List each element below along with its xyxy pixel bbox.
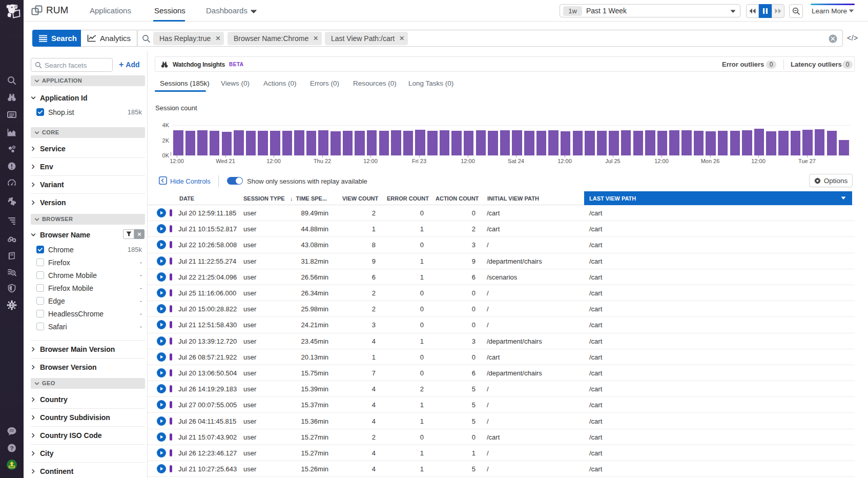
svg-text:?: ? (10, 445, 13, 451)
